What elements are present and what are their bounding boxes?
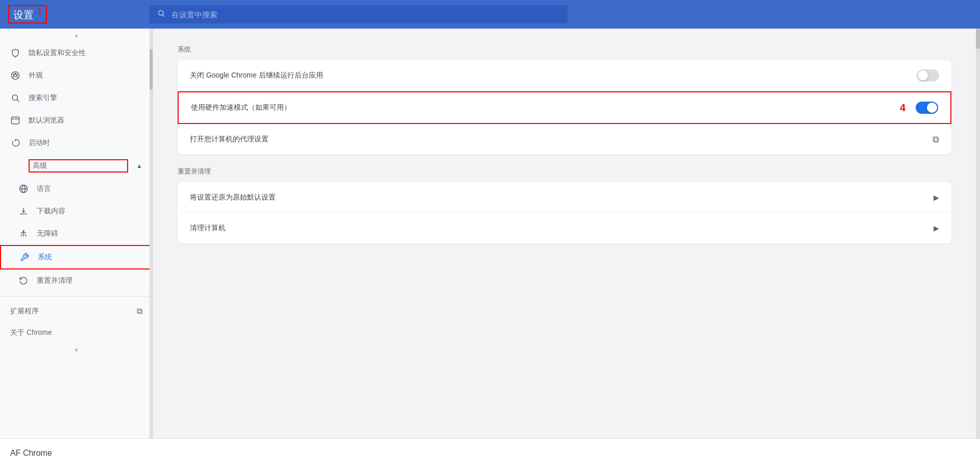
- accessibility-icon: [18, 229, 29, 239]
- search-input[interactable]: [172, 10, 559, 19]
- sidebar-item-downloads[interactable]: 下载内容: [0, 200, 153, 223]
- hardware-acceleration-action: 4: [900, 102, 938, 114]
- sidebar-item-extensions[interactable]: 扩展程序 ⧉: [0, 301, 153, 322]
- sidebar-item-privacy-label: 隐私设置和安全性: [29, 48, 86, 58]
- svg-rect-8: [12, 117, 19, 124]
- globe-icon: [18, 184, 29, 194]
- reset-section-title: 重置并清理: [178, 167, 951, 176]
- cleanup-action: ▶: [934, 224, 939, 232]
- sidebar-item-languages[interactable]: 语言: [0, 178, 153, 200]
- reset-card: 将设置还原为原始默认设置 ▶ 清理计算机 ▶: [178, 182, 951, 243]
- sidebar-item-extensions-label: 扩展程序: [10, 307, 129, 316]
- sidebar-divider: [0, 296, 153, 297]
- background-apps-toggle-thumb: [918, 70, 928, 81]
- proxy-external-icon: ⧉: [933, 134, 939, 145]
- search-icon: [157, 9, 165, 19]
- sidebar-item-accessibility[interactable]: 无障碍: [0, 223, 153, 245]
- history-icon: [18, 276, 29, 286]
- sidebar-item-startup-label: 启动时: [29, 138, 50, 148]
- restore-defaults-action: ▶: [934, 193, 939, 202]
- svg-point-3: [13, 74, 14, 75]
- settings-content: 系统 关闭 Google Chrome 后继续运行后台应用 使用硬件加速模式（如…: [153, 29, 976, 438]
- sidebar-scrollbar-thumb: [150, 49, 153, 90]
- svg-line-7: [17, 100, 19, 102]
- annotation-4: 4: [900, 102, 905, 114]
- scroll-down-indicator: ▼: [0, 343, 153, 357]
- background-apps-toggle[interactable]: [917, 69, 939, 82]
- header: 设置 1: [0, 0, 980, 29]
- sidebar-item-search[interactable]: 搜索引擎: [0, 87, 153, 109]
- restore-defaults-label: 将设置还原为原始默认设置: [190, 193, 934, 202]
- search-bar[interactable]: [149, 5, 568, 23]
- scroll-up-indicator: ▲: [0, 29, 153, 42]
- external-link-icon: ⧉: [137, 307, 142, 316]
- sidebar-item-reset-label: 重置并清理: [37, 276, 72, 285]
- svg-point-6: [12, 95, 18, 101]
- advanced-section-header[interactable]: 高级 ▲: [0, 154, 153, 178]
- sidebar-item-downloads-label: 下载内容: [37, 207, 65, 216]
- sidebar-item-startup[interactable]: 启动时: [0, 132, 153, 154]
- wrench-icon: [19, 252, 30, 262]
- system-section-title: 系统: [178, 45, 951, 54]
- hardware-acceleration-toggle-thumb: [927, 103, 937, 113]
- advanced-label: 高级: [29, 159, 128, 173]
- bottom-bar: AF Chrome: [0, 438, 980, 467]
- power-icon: [10, 138, 20, 148]
- sidebar: ▲ 隐私设置和安全性 外观: [0, 29, 153, 438]
- sidebar-item-reset[interactable]: 重置并清理: [0, 269, 153, 292]
- sidebar-item-default-browser-label: 默认浏览器: [29, 116, 64, 125]
- content-scrollbar-thumb: [976, 29, 980, 49]
- svg-point-13: [23, 231, 24, 232]
- sidebar-item-system[interactable]: 系统: [0, 245, 153, 269]
- svg-point-5: [16, 74, 17, 75]
- search-sidebar-icon: [10, 93, 20, 103]
- hardware-acceleration-label: 使用硬件加速模式（如果可用）: [191, 103, 900, 112]
- sidebar-item-appearance[interactable]: 外观: [0, 64, 153, 87]
- svg-line-1: [163, 15, 165, 17]
- main-layout: ▲ 隐私设置和安全性 外观: [0, 29, 980, 438]
- content-scrollbar[interactable]: [976, 29, 980, 438]
- sidebar-item-system-label: 系统: [38, 253, 52, 262]
- header-title-text: 设置: [13, 9, 34, 20]
- chevron-up-icon: ▲: [136, 162, 142, 169]
- sidebar-scrollbar[interactable]: [150, 29, 153, 438]
- background-apps-toggle-wrap[interactable]: [917, 69, 939, 82]
- sidebar-item-privacy[interactable]: 隐私设置和安全性: [0, 42, 153, 64]
- sidebar-item-accessibility-label: 无障碍: [37, 229, 58, 238]
- system-card: 关闭 Google Chrome 后继续运行后台应用 使用硬件加速模式（如果可用…: [178, 60, 951, 155]
- proxy-settings-row[interactable]: 打开您计算机的代理设置 ⧉: [178, 124, 951, 155]
- background-apps-label: 关闭 Google Chrome 后继续运行后台应用: [190, 71, 917, 80]
- background-apps-row: 关闭 Google Chrome 后继续运行后台应用: [178, 60, 951, 91]
- proxy-settings-action: ⧉: [933, 134, 939, 145]
- sidebar-item-languages-label: 语言: [37, 184, 51, 193]
- sidebar-item-search-label: 搜索引擎: [29, 93, 57, 103]
- sidebar-item-about[interactable]: 关于 Chrome: [0, 322, 153, 343]
- shield-icon: [10, 48, 20, 58]
- sidebar-item-default-browser[interactable]: 默认浏览器: [0, 109, 153, 132]
- download-icon: [18, 206, 29, 216]
- cleanup-chevron: ▶: [934, 224, 939, 232]
- palette-icon: [10, 70, 20, 81]
- sidebar-item-appearance-label: 外观: [29, 71, 43, 80]
- svg-point-4: [15, 73, 16, 74]
- settings-title: 设置 1: [8, 5, 47, 24]
- browser-icon: [10, 115, 20, 126]
- restore-defaults-row[interactable]: 将设置还原为原始默认设置 ▶: [178, 182, 951, 213]
- annotation-1: 1: [38, 7, 42, 16]
- cleanup-row[interactable]: 清理计算机 ▶: [178, 213, 951, 243]
- svg-point-0: [159, 11, 163, 15]
- restore-defaults-chevron: ▶: [934, 193, 939, 202]
- cleanup-label: 清理计算机: [190, 224, 934, 233]
- sidebar-item-about-label: 关于 Chrome: [10, 328, 52, 337]
- hardware-acceleration-row: 使用硬件加速模式（如果可用） 4: [178, 91, 951, 124]
- hardware-acceleration-toggle[interactable]: [916, 102, 938, 114]
- proxy-settings-label: 打开您计算机的代理设置: [190, 135, 933, 144]
- app-name: AF Chrome: [10, 449, 52, 458]
